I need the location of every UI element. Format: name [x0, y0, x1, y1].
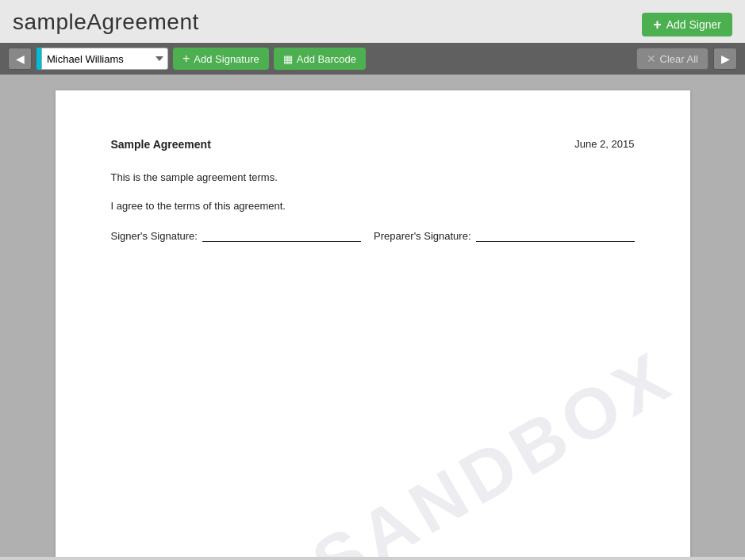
- add-signature-label: Add Signature: [194, 53, 259, 65]
- app-header: sampleAgreement + Add Signer: [0, 0, 745, 43]
- back-button[interactable]: ◀: [8, 48, 32, 70]
- add-barcode-label: Add Barcode: [297, 53, 356, 65]
- clear-all-button[interactable]: ✕ Clear All: [636, 48, 709, 70]
- back-arrow-icon: ◀: [16, 52, 25, 65]
- signer-selector-wrap: Michael Williams: [36, 48, 168, 70]
- add-barcode-button[interactable]: ▦ Add Barcode: [274, 48, 366, 70]
- document-title: Sample Agreement: [111, 138, 211, 151]
- add-signature-button[interactable]: + Add Signature: [173, 48, 269, 70]
- watermark: SANDBOX: [298, 334, 687, 557]
- signer-signature-label: Signer's Signature:: [111, 230, 198, 242]
- clear-all-label: Clear All: [660, 53, 698, 65]
- document-date: June 2, 2015: [574, 138, 634, 150]
- preparer-signature-line: [476, 229, 635, 242]
- x-icon: ✕: [647, 52, 656, 65]
- document-header-row: Sample Agreement June 2, 2015: [111, 138, 635, 151]
- document-body-line2: I agree to the terms of this agreement.: [111, 198, 635, 214]
- app-title: sampleAgreement: [13, 10, 199, 35]
- add-signer-label: Add Signer: [666, 18, 721, 31]
- document-page: Sample Agreement June 2, 2015 This is th…: [56, 90, 690, 557]
- main-content: Sample Agreement June 2, 2015 This is th…: [0, 75, 745, 557]
- signer-signature-line: [202, 229, 361, 242]
- forward-arrow-icon: ▶: [721, 52, 730, 65]
- forward-button[interactable]: ▶: [713, 48, 737, 70]
- signer-select[interactable]: Michael Williams: [41, 48, 168, 70]
- plus-icon: +: [653, 17, 662, 32]
- preparer-signature-label: Preparer's Signature:: [374, 230, 470, 242]
- toolbar: ◀ Michael Williams + Add Signature ▦ Add…: [0, 43, 745, 75]
- signature-row: Signer's Signature: Preparer's Signature…: [111, 229, 635, 242]
- add-signer-button[interactable]: + Add Signer: [642, 13, 732, 36]
- document-body-line1: This is the sample agreement terms.: [111, 170, 635, 186]
- plus-icon-signature: +: [182, 52, 190, 65]
- barcode-icon: ▦: [283, 53, 293, 65]
- document-body: This is the sample agreement terms. I ag…: [111, 170, 635, 213]
